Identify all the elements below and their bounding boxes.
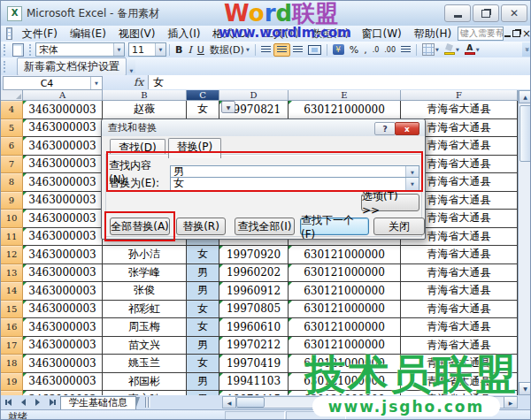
- cell-C13[interactable]: 男: [187, 264, 219, 283]
- cell-A18[interactable]: 3463000003: [23, 355, 103, 373]
- replace-all-button[interactable]: 全部替换(A): [110, 218, 170, 235]
- cell-F12[interactable]: 青海省大通县: [401, 246, 518, 264]
- cell-D15[interactable]: 19970805: [219, 301, 289, 319]
- close-button[interactable]: ✕: [501, 4, 527, 22]
- cell-A7[interactable]: 3463000003: [23, 156, 103, 174]
- chevron-down-icon[interactable]: [405, 178, 419, 190]
- font-size-select[interactable]: 11: [128, 42, 166, 57]
- cell-C16[interactable]: 女: [187, 318, 219, 337]
- column-header-f[interactable]: F: [401, 90, 518, 101]
- percent-button[interactable]: %: [347, 43, 361, 57]
- first-sheet-button[interactable]: [3, 397, 15, 409]
- name-box[interactable]: C4: [3, 76, 103, 90]
- row-header-19[interactable]: 19: [1, 373, 23, 392]
- cell-F4[interactable]: 青海省大通县: [401, 101, 518, 119]
- vertical-scroll-thumb[interactable]: [519, 105, 531, 162]
- cell-A6[interactable]: 3463000003: [23, 137, 103, 156]
- row-header-12[interactable]: 12: [1, 246, 23, 264]
- toolbar-grip[interactable]: [4, 44, 7, 56]
- cell-C14[interactable]: 男: [187, 282, 219, 301]
- menu-insert[interactable]: 插入(I): [161, 26, 206, 42]
- cell-B19[interactable]: 祁国彬: [103, 373, 187, 392]
- restore-button[interactable]: [473, 4, 499, 22]
- increase-decimal-button[interactable]: .0: [370, 43, 382, 57]
- align-left-button[interactable]: [258, 43, 273, 57]
- chevron-down-icon[interactable]: ▼: [456, 47, 459, 52]
- cell-A9[interactable]: 3463000003: [23, 192, 103, 210]
- underline-button[interactable]: U: [195, 43, 207, 57]
- dialog-close-button[interactable]: x: [395, 122, 419, 135]
- dialog-help-button[interactable]: ?: [374, 122, 396, 135]
- doc-restore-button[interactable]: [512, 28, 520, 40]
- cell-C15[interactable]: 女: [187, 301, 219, 319]
- find-all-button[interactable]: 查找全部(I): [235, 218, 295, 235]
- new-document-button[interactable]: [10, 43, 27, 57]
- cell-A11[interactable]: 3463000003: [23, 228, 103, 247]
- next-sheet-button[interactable]: [31, 397, 43, 409]
- error-smart-tag[interactable]: ▼: [221, 101, 235, 113]
- chevron-down-icon[interactable]: [155, 43, 165, 56]
- formula-input[interactable]: 女: [148, 75, 531, 89]
- cell-F14[interactable]: 青海省大通县: [401, 282, 518, 301]
- scroll-left-icon[interactable]: ◀: [223, 397, 236, 408]
- column-header-e[interactable]: E: [289, 90, 401, 101]
- merge-center-button[interactable]: [305, 43, 324, 57]
- row-header-16[interactable]: 16: [1, 318, 23, 337]
- cell-D14[interactable]: 19960912: [219, 282, 289, 301]
- replace-button[interactable]: 替换(R): [176, 218, 226, 235]
- doc-close-button[interactable]: ×: [522, 28, 531, 40]
- cell-D19[interactable]: 19941103: [219, 373, 289, 392]
- cell-E15[interactable]: 630121000000: [289, 301, 401, 319]
- row-header-11[interactable]: 11: [1, 228, 23, 247]
- horizontal-scroll-thumb[interactable]: [236, 397, 265, 408]
- cell-B16[interactable]: 周玉梅: [103, 318, 187, 337]
- cell-C17[interactable]: 男: [187, 337, 219, 355]
- cell-C12[interactable]: 女: [187, 246, 219, 264]
- cell-A13[interactable]: 3463000003: [23, 264, 103, 283]
- row-header-18[interactable]: 18: [1, 355, 23, 373]
- cell-B18[interactable]: 姚玉兰: [103, 355, 187, 373]
- cell-A4[interactable]: 3463000003: [23, 101, 103, 119]
- cell-F15[interactable]: 青海省大通县: [401, 301, 518, 319]
- row-header-10[interactable]: 10: [1, 210, 23, 228]
- cell-A15[interactable]: 3463000003: [23, 301, 103, 319]
- help-search-input[interactable]: 键入需要帮助的问题: [458, 27, 504, 41]
- cell-C18[interactable]: 女: [187, 355, 219, 373]
- cell-D18[interactable]: 19970419: [219, 355, 289, 373]
- find-next-button[interactable]: 查找下一个(F): [300, 218, 369, 235]
- column-header-a[interactable]: A: [23, 90, 103, 101]
- menu-help[interactable]: 帮助(H): [408, 26, 458, 42]
- row-header-8[interactable]: 8: [1, 173, 23, 192]
- row-header-5[interactable]: 5: [1, 119, 23, 138]
- chevron-down-icon[interactable]: [90, 77, 102, 89]
- menu-window[interactable]: 窗口(W): [355, 26, 407, 42]
- cell-B4[interactable]: 赵薇: [103, 101, 187, 119]
- chevron-down-icon[interactable]: ▼: [127, 60, 135, 73]
- cell-D17[interactable]: 19970212: [219, 337, 289, 355]
- cell-E14[interactable]: 630121000000: [289, 282, 401, 301]
- cell-E4[interactable]: 630121000000: [289, 101, 401, 119]
- chevron-down-icon[interactable]: ▼: [435, 47, 439, 52]
- align-right-button[interactable]: [290, 43, 305, 57]
- scroll-up-icon[interactable]: ▲: [519, 90, 531, 103]
- toolbar-grip[interactable]: [29, 44, 33, 56]
- bold-button[interactable]: B: [173, 43, 185, 57]
- row-header-15[interactable]: 15: [1, 301, 23, 319]
- cell-A8[interactable]: 3463000003: [23, 173, 103, 192]
- sheet-tab-active[interactable]: 学生基础信息: [60, 396, 136, 409]
- chevron-down-icon[interactable]: ▼: [476, 47, 480, 52]
- cell-A19[interactable]: 3463000003: [23, 373, 103, 392]
- cell-A16[interactable]: 3463000003: [23, 318, 103, 337]
- font-name-select[interactable]: 宋体: [35, 42, 125, 57]
- column-header-b[interactable]: B: [103, 90, 187, 101]
- cell-D12[interactable]: 19970920: [219, 246, 289, 264]
- font-color-button[interactable]: A▼: [462, 43, 482, 57]
- row-header-14[interactable]: 14: [1, 282, 23, 301]
- menu-view[interactable]: 视图(V): [112, 26, 162, 42]
- fill-color-button[interactable]: ▼: [442, 43, 462, 57]
- tab-split-handle[interactable]: [145, 397, 150, 408]
- chevron-down-icon[interactable]: [113, 43, 124, 56]
- cell-A12[interactable]: 3463000003: [23, 246, 103, 264]
- cell-C4[interactable]: 女: [187, 101, 219, 119]
- select-all-corner[interactable]: [1, 90, 23, 101]
